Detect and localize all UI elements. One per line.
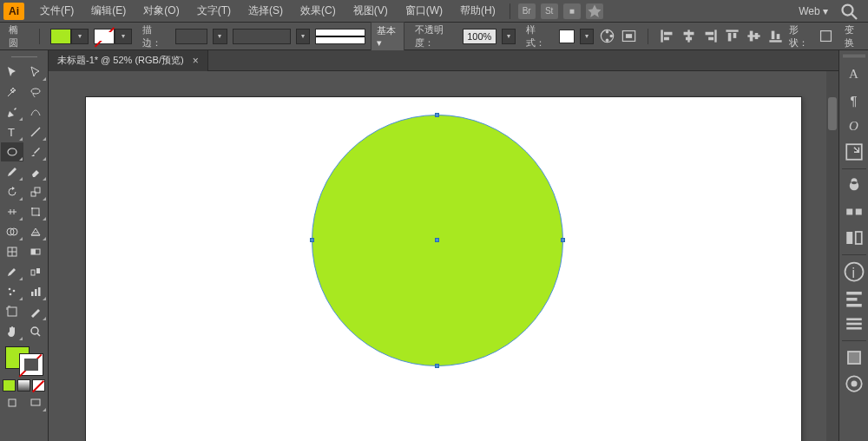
bridge-icon[interactable]: Br (518, 3, 536, 19)
eraser-tool[interactable] (24, 162, 47, 181)
ellipse-shape[interactable] (312, 115, 563, 366)
brushes-panel-icon[interactable] (842, 201, 866, 223)
opacity-input[interactable]: 100% (463, 29, 496, 44)
ellipse-tool[interactable] (1, 142, 23, 161)
scale-tool[interactable] (24, 182, 47, 201)
actions-panel-icon[interactable] (842, 372, 866, 395)
slice-tool[interactable] (24, 302, 47, 321)
document-area: 未标题-1* @ 52% (RGB/预览) × (49, 50, 838, 441)
eyedropper-tool[interactable] (1, 262, 23, 281)
type-tool[interactable]: T (1, 122, 23, 142)
brush-definition-dd[interactable] (233, 29, 291, 44)
swatches-panel-icon[interactable] (842, 346, 866, 369)
search-icon[interactable] (838, 2, 859, 21)
pen-tool[interactable] (1, 102, 23, 122)
align-hcenter-icon[interactable] (681, 27, 697, 46)
libraries-panel-icon[interactable] (842, 227, 866, 249)
recolor-icon[interactable] (599, 27, 615, 46)
anchor-handle[interactable] (310, 238, 314, 242)
menu-edit[interactable]: 编辑(E) (82, 0, 135, 22)
anchor-handle[interactable] (435, 364, 439, 368)
direct-selection-tool[interactable] (24, 63, 47, 82)
stroke-weight-dd[interactable]: ▾ (213, 29, 227, 44)
blend-tool[interactable] (24, 262, 47, 281)
rotate-tool[interactable] (1, 182, 23, 201)
fill-swatch[interactable]: ▾ (50, 29, 89, 44)
canvas[interactable] (49, 71, 838, 441)
svg-rect-49 (35, 289, 37, 296)
menu-effect[interactable]: 效果(C) (292, 0, 345, 22)
document-tab[interactable]: 未标题-1* @ 52% (RGB/预览) × (49, 50, 208, 71)
perspective-tool[interactable] (24, 222, 47, 241)
anchor-handle[interactable] (435, 113, 439, 117)
hand-tool[interactable] (1, 322, 23, 341)
align-bottom-icon[interactable] (767, 27, 784, 46)
align-top-icon[interactable] (724, 27, 740, 46)
panel-grip[interactable] (4, 52, 44, 61)
transform-label[interactable]: 变换 (839, 22, 865, 51)
opacity-dd[interactable]: ▾ (502, 29, 516, 44)
gpu-icon[interactable] (586, 3, 603, 19)
menu-select[interactable]: 选择(S) (240, 0, 292, 22)
isolate-icon[interactable] (818, 27, 834, 46)
scrollbar-thumb[interactable] (828, 97, 837, 130)
curvature-tool[interactable] (24, 102, 47, 122)
artboard-tool[interactable] (1, 302, 23, 321)
menu-window[interactable]: 窗口(W) (397, 0, 451, 22)
stock-icon[interactable]: St (541, 3, 558, 19)
character-panel-icon[interactable]: A (842, 63, 866, 85)
brush-definition-arrow[interactable]: ▾ (296, 29, 310, 44)
align-right-icon[interactable] (702, 27, 719, 46)
screen-mode-icon[interactable] (24, 393, 47, 412)
style-dd[interactable]: ▾ (580, 29, 594, 44)
anchor-handle[interactable] (561, 238, 565, 242)
stroke-weight-input[interactable] (175, 29, 207, 44)
width-tool[interactable] (1, 202, 23, 221)
none-mode-icon[interactable] (32, 379, 45, 392)
draw-mode-icon[interactable] (1, 393, 23, 412)
info-panel-icon[interactable]: i (842, 260, 866, 283)
menu-panel-icon[interactable] (842, 313, 866, 335)
free-transform-tool[interactable] (24, 202, 47, 221)
center-handle[interactable] (435, 238, 439, 242)
magic-wand-tool[interactable] (1, 82, 23, 102)
align-vcenter-icon[interactable] (746, 27, 762, 46)
gradient-mode-icon[interactable] (17, 379, 30, 392)
selection-tool[interactable] (1, 63, 23, 82)
menu-object[interactable]: 对象(O) (135, 0, 187, 22)
menu-type[interactable]: 文字(T) (188, 0, 240, 22)
align-left-icon[interactable] (659, 27, 675, 46)
workspace-switcher[interactable]: Web ▾ (793, 3, 833, 19)
menu-help[interactable]: 帮助(H) (451, 0, 504, 22)
pencil-tool[interactable] (1, 162, 23, 181)
stroke-swatch[interactable]: ▾ (94, 29, 132, 44)
stroke-style-label[interactable]: 基本 ▾ (371, 22, 404, 51)
paragraph-panel-icon[interactable]: ¶ (842, 89, 866, 111)
color-mode-icon[interactable] (3, 379, 16, 392)
lasso-tool[interactable] (24, 82, 47, 102)
close-icon[interactable]: × (193, 55, 199, 67)
opentype-panel-icon[interactable]: O (842, 115, 866, 137)
align-panel-icon[interactable] (842, 286, 866, 309)
symbols-panel-icon[interactable] (842, 174, 866, 197)
shape-builder-tool[interactable] (1, 222, 23, 241)
panel-grip[interactable] (843, 52, 865, 59)
menu-file[interactable]: 文件(F) (31, 0, 82, 22)
vertical-scrollbar[interactable] (826, 71, 838, 441)
svg-text:T: T (8, 126, 15, 139)
export-panel-icon[interactable] (842, 141, 866, 163)
align-to-icon[interactable] (621, 27, 637, 46)
arrange-icon[interactable]: ■ (563, 3, 581, 19)
stroke-profile[interactable] (315, 29, 365, 44)
symbol-sprayer-tool[interactable] (1, 282, 23, 301)
mesh-tool[interactable] (1, 242, 23, 261)
artboard[interactable] (86, 97, 801, 441)
menu-view[interactable]: 视图(V) (345, 0, 397, 22)
graphic-style-swatch[interactable] (559, 30, 575, 43)
fill-stroke-control[interactable] (3, 345, 45, 378)
paintbrush-tool[interactable] (24, 142, 47, 161)
column-graph-tool[interactable] (24, 282, 47, 301)
line-tool[interactable] (24, 122, 47, 142)
gradient-tool[interactable] (24, 242, 47, 261)
zoom-tool[interactable] (24, 322, 47, 341)
